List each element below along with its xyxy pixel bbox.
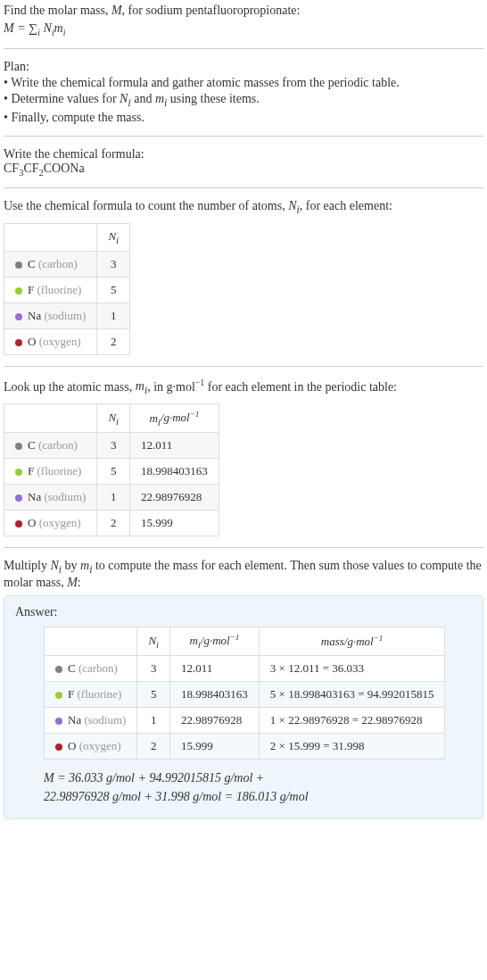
element-dot-icon xyxy=(55,743,62,751)
count-heading: Use the chemical formula to count the nu… xyxy=(4,199,483,216)
chem-formula-section: Write the chemical formula: CF3CF2COONa xyxy=(4,147,483,178)
mass-header-ni: Ni xyxy=(97,404,130,433)
n-cell: 2 xyxy=(97,328,130,354)
table-row: C (carbon) 3 12.011 3 × 12.011 = 36.033 xyxy=(45,655,445,681)
multiply-section: Multiply Ni by mi to compute the mass fo… xyxy=(4,559,483,590)
m-cell: 18.998403163 xyxy=(130,459,219,485)
mass-header-mi: mi/g·mol−1 xyxy=(130,404,219,433)
divider xyxy=(4,547,483,548)
table-row: Na (sodium) 1 22.98976928 xyxy=(4,485,219,511)
element-cell: O (oxygen) xyxy=(45,733,137,759)
mass-section: Look up the atomic mass, mi, in g·mol−1 … xyxy=(4,378,483,536)
plan-item: Write the chemical formula and gather at… xyxy=(4,76,483,90)
element-dot-icon xyxy=(55,692,62,699)
m-cell: 15.999 xyxy=(170,733,260,759)
n-cell: 3 xyxy=(137,655,170,681)
n-cell: 5 xyxy=(97,459,130,485)
element-dot-icon xyxy=(15,313,22,320)
element-dot-icon xyxy=(55,666,62,673)
n-cell: 2 xyxy=(137,733,170,759)
element-dot-icon xyxy=(15,262,22,269)
element-dot-icon xyxy=(15,339,22,346)
element-dot-icon xyxy=(15,469,22,476)
table-row: C (carbon) 3 xyxy=(4,251,130,277)
mass-cell: 1 × 22.98976928 = 22.98976928 xyxy=(259,707,445,733)
table-row: O (oxygen) 2 xyxy=(4,328,130,354)
m-cell: 22.98976928 xyxy=(170,707,260,733)
table-row: F (fluorine) 5 xyxy=(4,277,130,303)
final-result: M = 36.033 g/mol + 94.992015815 g/mol + … xyxy=(44,768,472,806)
count-header-ni: Ni xyxy=(97,224,130,252)
element-cell: F (fluorine) xyxy=(4,277,97,303)
chem-formula: CF3CF2COONa xyxy=(4,162,483,178)
element-cell: Na (sodium) xyxy=(45,707,137,733)
plan-section: Plan: Write the chemical formula and gat… xyxy=(4,60,483,125)
plan-item: Determine values for Ni and mi using the… xyxy=(4,92,483,109)
element-cell: C (carbon) xyxy=(4,433,97,459)
mass-cell: 5 × 18.998403163 = 94.992015815 xyxy=(259,681,445,707)
plan-item: Finally, compute the mass. xyxy=(4,111,483,125)
n-cell: 2 xyxy=(97,511,130,536)
answer-header-mi: mi/g·mol−1 xyxy=(170,627,260,655)
table-row: F (fluorine) 5 18.998403163 5 × 18.99840… xyxy=(45,681,445,707)
element-cell: O (oxygen) xyxy=(4,511,97,536)
element-dot-icon xyxy=(15,520,22,527)
m-cell: 22.98976928 xyxy=(130,485,219,511)
mass-cell: 2 × 15.999 = 31.998 xyxy=(259,733,445,759)
n-cell: 1 xyxy=(97,485,130,511)
answer-label: Answer: xyxy=(15,605,472,619)
mass-header-blank xyxy=(4,404,97,433)
table-row: Na (sodium) 1 22.98976928 1 × 22.9897692… xyxy=(45,707,445,733)
count-section: Use the chemical formula to count the nu… xyxy=(4,199,483,354)
element-cell: Na (sodium) xyxy=(4,303,97,328)
element-dot-icon xyxy=(15,494,22,502)
element-dot-icon xyxy=(55,718,62,725)
element-dot-icon xyxy=(15,287,22,295)
mass-heading: Look up the atomic mass, mi, in g·mol−1 … xyxy=(4,378,483,396)
table-row: C (carbon) 3 12.011 xyxy=(4,433,219,459)
mass-table: Ni mi/g·mol−1 C (carbon) 3 12.011 F (flu… xyxy=(4,403,219,536)
answer-header-mass: mass/g·mol−1 xyxy=(259,627,445,655)
table-row: Na (sodium) 1 xyxy=(4,303,130,328)
m-cell: 15.999 xyxy=(130,511,219,536)
answer-header-ni: Ni xyxy=(137,627,170,655)
divider xyxy=(4,187,483,188)
element-cell: O (oxygen) xyxy=(4,328,97,354)
mass-cell: 3 × 12.011 = 36.033 xyxy=(259,655,445,681)
divider xyxy=(4,366,483,367)
n-cell: 3 xyxy=(97,251,130,277)
multiply-heading: Multiply Ni by mi to compute the mass fo… xyxy=(4,559,483,590)
intro-formula: M = ∑i Nimi xyxy=(4,21,483,37)
count-header-blank xyxy=(4,224,97,252)
table-row: O (oxygen) 2 15.999 xyxy=(4,511,219,536)
table-row: O (oxygen) 2 15.999 2 × 15.999 = 31.998 xyxy=(45,733,445,759)
n-cell: 1 xyxy=(137,707,170,733)
element-cell: F (fluorine) xyxy=(45,681,137,707)
element-dot-icon xyxy=(15,443,22,450)
n-cell: 5 xyxy=(137,681,170,707)
element-cell: F (fluorine) xyxy=(4,459,97,485)
intro-section: Find the molar mass, M, for sodium penta… xyxy=(4,4,483,37)
m-cell: 12.011 xyxy=(170,655,260,681)
n-cell: 1 xyxy=(97,303,130,328)
answer-box: Answer: Ni mi/g·mol−1 mass/g·mol−1 C (ca… xyxy=(4,595,483,819)
chem-formula-heading: Write the chemical formula: xyxy=(4,147,483,162)
count-table: Ni C (carbon) 3 F (fluorine) 5 Na (sodiu… xyxy=(4,223,130,355)
divider xyxy=(4,48,483,49)
n-cell: 3 xyxy=(97,433,130,459)
element-cell: Na (sodium) xyxy=(4,485,97,511)
table-row: F (fluorine) 5 18.998403163 xyxy=(4,459,219,485)
plan-list: Write the chemical formula and gather at… xyxy=(4,76,483,125)
answer-table: Ni mi/g·mol−1 mass/g·mol−1 C (carbon) 3 … xyxy=(44,627,445,760)
plan-heading: Plan: xyxy=(4,60,483,74)
m-cell: 12.011 xyxy=(130,433,219,459)
element-cell: C (carbon) xyxy=(45,655,137,681)
n-cell: 5 xyxy=(97,277,130,303)
intro-line: Find the molar mass, M, for sodium penta… xyxy=(4,4,483,18)
divider xyxy=(4,136,483,137)
m-cell: 18.998403163 xyxy=(170,681,260,707)
element-cell: C (carbon) xyxy=(4,251,97,277)
answer-header-blank xyxy=(45,627,137,655)
